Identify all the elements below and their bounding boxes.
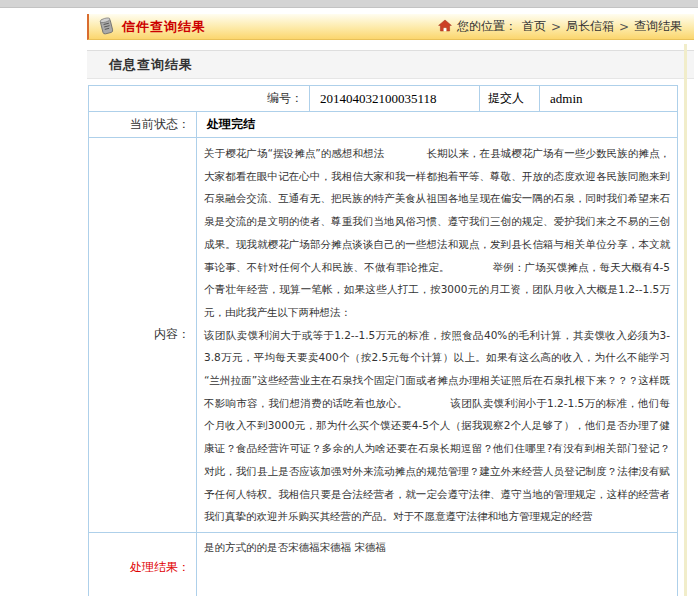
table-row-number: 编号： 201404032100035118 提交人 admin xyxy=(89,86,677,111)
top-divider-bar xyxy=(0,0,698,8)
status-label: 当前状态： xyxy=(89,112,196,137)
breadcrumb-link-mailbox[interactable]: 局长信箱 xyxy=(566,18,614,35)
status-value: 处理完结 xyxy=(196,112,677,137)
breadcrumb-link-home[interactable]: 首页 xyxy=(522,18,546,35)
page-title: 信件查询结果 xyxy=(122,18,206,36)
result-value: 是的方式的的是否宋德福宋德福 宋德福 xyxy=(196,533,677,596)
page-right-border xyxy=(684,44,687,596)
breadcrumb: 您的位置： 首页 > 局长信箱 > 查询结果 xyxy=(438,18,694,35)
breadcrumb-separator: > xyxy=(619,20,629,34)
home-icon xyxy=(438,19,452,35)
table-row-result: 处理结果： 是的方式的的是否宋德福宋德福 宋德福 xyxy=(89,532,677,596)
number-value: 201404032100035118 xyxy=(309,86,479,111)
section-header: 信息查询结果 xyxy=(87,50,694,79)
breadcrumb-label: 您的位置： xyxy=(457,18,517,35)
breadcrumb-link-results[interactable]: 查询结果 xyxy=(634,18,682,35)
content-value: 关于樱花广场“摆设摊点”的感想和想法 长期以来，在县城樱花广场有一些少数民族的摊… xyxy=(196,138,677,532)
number-label: 编号： xyxy=(89,86,309,111)
content-area: 信件查询结果 您的位置： 首页 > 局长信箱 > 查询结果 信息查询结果 编号：… xyxy=(87,14,694,596)
letter-icon xyxy=(97,16,116,37)
table-row-content: 内容： 关于樱花广场“摆设摊点”的感想和想法 长期以来，在县城樱花广场有一些少数… xyxy=(89,137,677,532)
breadcrumb-separator: > xyxy=(551,20,561,34)
result-table: 编号： 201404032100035118 提交人 admin 当前状态： 处… xyxy=(88,85,678,596)
content-label: 内容： xyxy=(89,138,196,532)
section-title: 信息查询结果 xyxy=(109,56,193,74)
table-row-status: 当前状态： 处理完结 xyxy=(89,111,677,137)
submitter-label: 提交人 xyxy=(479,86,539,111)
page-header-bar: 信件查询结果 您的位置： 首页 > 局长信箱 > 查询结果 xyxy=(87,14,694,40)
result-label: 处理结果： xyxy=(89,533,196,596)
submitter-value: admin xyxy=(539,86,677,111)
